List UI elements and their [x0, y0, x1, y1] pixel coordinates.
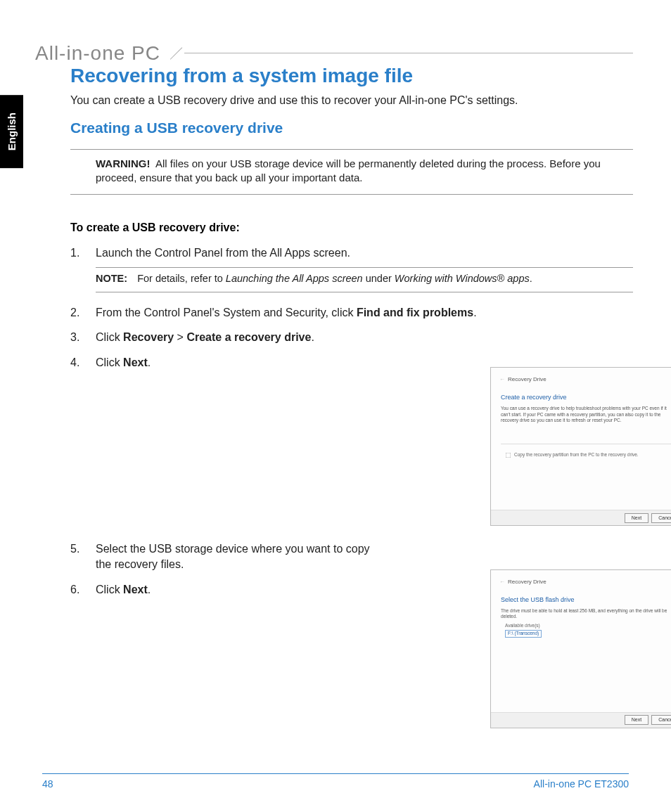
screenshot-recovery-drive-create: × Recovery Drive Create a recovery drive…: [490, 367, 671, 526]
dialog-body: The drive must be able to hold at least …: [501, 608, 671, 619]
page-footer: 48 All-in-one PC ET2300: [42, 773, 629, 790]
drive-option[interactable]: F:\ (Transcend): [505, 630, 542, 638]
available-drives: Available drive(s) F:\ (Transcend): [505, 623, 542, 638]
step-6: Click Next.: [70, 582, 633, 598]
copy-partition-checkbox[interactable]: Copy the recovery partition from the PC …: [504, 451, 639, 460]
step-1: Launch the Control Panel from the All Ap…: [70, 245, 633, 292]
dialog-button-bar: Next Cancel: [491, 712, 671, 728]
page-title: Recovering from a system image file: [70, 65, 633, 87]
steps-subhead: To create a USB recovery drive:: [70, 221, 633, 234]
warning-label: WARNING!: [96, 157, 151, 169]
dialog-heading: Create a recovery drive: [501, 393, 567, 401]
dialog-body: You can use a recovery drive to help tro…: [501, 406, 671, 423]
page-header: All-in-one PC: [35, 42, 633, 65]
step-2: From the Control Panel's System and Secu…: [70, 305, 633, 321]
window-title: Recovery Drive: [499, 376, 547, 384]
next-button[interactable]: Next: [625, 715, 648, 724]
warning-text: All files on your USB storage device wil…: [96, 157, 601, 183]
cancel-button[interactable]: Cancel: [651, 715, 671, 724]
header-title: All-in-one PC: [35, 42, 170, 65]
dialog-button-bar: Next Cancel: [491, 510, 671, 525]
note-label: NOTE:: [96, 273, 134, 284]
page-number: 48: [42, 778, 53, 790]
step-5: Select the USB storage device where you …: [70, 541, 633, 572]
next-button[interactable]: Next: [625, 513, 648, 522]
language-tab: English: [0, 95, 23, 168]
document-id: All-in-one PC ET2300: [534, 778, 629, 790]
section-title: Creating a USB recovery drive: [70, 120, 633, 136]
step-3: Click Recovery > Create a recovery drive…: [70, 330, 633, 345]
warning-box: WARNING! All files on your USB storage d…: [70, 149, 633, 195]
step-4: Click Next. × Recovery Drive Create a re…: [70, 355, 633, 532]
cancel-button[interactable]: Cancel: [651, 513, 671, 522]
intro-text: You can create a USB recovery drive and …: [70, 94, 633, 107]
note-box: NOTE: For details, refer to Launching th…: [96, 267, 633, 292]
